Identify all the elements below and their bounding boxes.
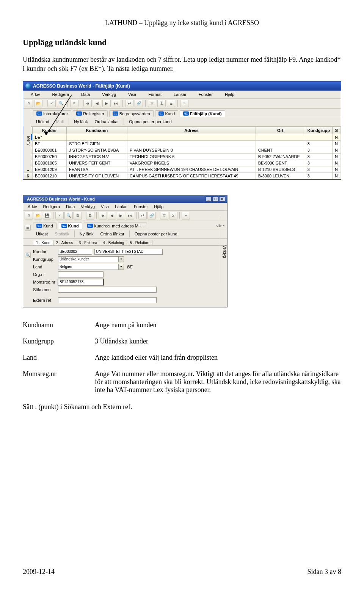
menu-verktyg[interactable]: Verktyg — [78, 204, 98, 210]
menu-redigera[interactable]: Redigera — [40, 204, 63, 210]
sigma-icon[interactable]: Σ — [169, 212, 177, 219]
menu-arkiv[interactable]: Arkiv — [25, 204, 40, 210]
chevron-down-icon[interactable]: ▼ — [119, 256, 124, 262]
table-row[interactable]: 3BE0000750INNOGENETICS N.V.TECHNOLOGIEPA… — [24, 153, 341, 160]
menu-visa[interactable]: Visa — [98, 204, 112, 210]
table-row[interactable]: 5BE0001209FEANTSAATT. FREEK SPINNEWIJN 1… — [24, 166, 341, 172]
maximize-icon[interactable]: □ — [212, 196, 218, 202]
menu-fonster[interactable]: Fönster — [193, 91, 219, 97]
tab-rollregister[interactable]: 61Rollregister — [73, 110, 108, 117]
menu-hjalp[interactable]: Hjälp — [219, 91, 240, 97]
side-icon[interactable]: ▦ — [25, 225, 31, 231]
last-icon[interactable]: ⏭ — [126, 212, 134, 219]
ny-lank-link[interactable]: Ny länk — [77, 231, 97, 237]
table-row[interactable]: 4BE0001065UNIVERSITEIT GENTVAKGROEP INGE… — [24, 160, 341, 166]
menu-format[interactable]: Format — [142, 91, 168, 97]
utkast-link[interactable]: Utkast — [33, 231, 51, 237]
list-icon[interactable]: ≡ — [70, 100, 78, 107]
def-term-kundgrupp: Kundgrupp — [23, 337, 95, 345]
col-kundgrupp[interactable]: Kundgrupp — [305, 127, 332, 134]
col-kundnamn[interactable]: Kundnamn — [67, 127, 127, 134]
ordna-lankar-link[interactable]: Ordna länkar — [92, 119, 122, 125]
menu-fonster[interactable]: Fönster — [131, 204, 151, 210]
ny-lank-link[interactable]: Ny länk — [71, 119, 91, 125]
magnify-icon[interactable]: 🔍 — [64, 212, 73, 219]
land-field[interactable]: Belgien — [58, 264, 119, 270]
last-icon[interactable]: ⏭ — [112, 100, 120, 107]
form-tab-kund[interactable]: 1 - Kund — [33, 240, 53, 245]
save-icon[interactable]: 💾 — [43, 212, 51, 219]
next-icon[interactable]: ▶ — [117, 212, 125, 219]
table-row[interactable]: 6BE0001210UNIVERSITY OF LEUVENCAMPUS GAS… — [24, 172, 341, 179]
check-icon[interactable]: ✓ — [55, 212, 64, 219]
col-adress[interactable]: Adress — [127, 127, 256, 134]
list2-icon[interactable]: ≣ — [167, 100, 175, 107]
oppna-poster-link[interactable]: Öppna poster per kund — [126, 119, 175, 125]
link-icon[interactable]: 🔗 — [135, 100, 143, 107]
kundgrupp-field[interactable]: Utländska kunder — [58, 256, 119, 262]
form-tab-faktura[interactable]: 3 - Faktura — [76, 240, 100, 245]
col-kundnr[interactable]: Kundnr — [33, 127, 67, 134]
table-row[interactable]: 2BE0000001J STORY-SCIENTIA BVBAP VAN DUY… — [24, 147, 341, 153]
tab-internfakturor[interactable]: 61Internfakturor — [33, 110, 71, 117]
minimize-icon[interactable]: _ — [206, 196, 212, 202]
open-icon[interactable]: 📂 — [34, 100, 42, 107]
menu-redigera[interactable]: Redigera — [46, 91, 75, 97]
tab-kund[interactable]: 61Kund — [155, 110, 179, 117]
tab-falthjalp-kund[interactable]: 61Fälthjälp (Kund) — [180, 110, 225, 117]
next-icon[interactable]: ▶ — [102, 100, 111, 107]
open-icon[interactable]: 📂 — [34, 212, 42, 219]
close-icon[interactable]: × — [219, 196, 225, 202]
ordna-lankar-link[interactable]: Ordna länkar — [97, 231, 127, 237]
col-ort[interactable]: Ort — [256, 127, 305, 134]
form-tab-betalning[interactable]: 4 - Betalning — [100, 240, 127, 245]
first-icon[interactable]: ⏮ — [99, 212, 107, 219]
chevron-down-icon[interactable]: ▼ — [119, 264, 124, 270]
tab-begreppsvarden[interactable]: 61Begreppsvärden — [109, 110, 154, 117]
first-icon[interactable]: ⏮ — [83, 100, 92, 107]
menu-lankar[interactable]: Länkar — [112, 204, 131, 210]
side-icon[interactable]: 🔍 — [25, 252, 31, 258]
orgnr-field[interactable] — [58, 271, 104, 277]
menu-lankar[interactable]: Länkar — [168, 91, 193, 97]
search-input-cell[interactable]: BE* — [33, 134, 67, 140]
tab-kund-2[interactable]: 61Kund — [58, 223, 82, 229]
kundnr-field[interactable]: BE000002 — [58, 249, 92, 255]
expand-icon[interactable]: » — [180, 100, 188, 107]
doc2-icon[interactable]: 🗎 — [86, 212, 94, 219]
print-icon[interactable]: ⎙ — [25, 100, 33, 107]
form-tab-adress[interactable]: 2 - Adress — [53, 240, 76, 245]
filter-icon[interactable]: ▽ — [148, 100, 156, 107]
momsreg-field[interactable]: BE419052173 — [58, 279, 104, 285]
sigma-icon[interactable]: Σ — [157, 100, 166, 107]
oppna-poster-link[interactable]: Öppna poster per kund — [132, 231, 180, 237]
menu-hjalp[interactable]: Hjälp — [151, 204, 166, 210]
form-tab-relation[interactable]: 5 - Relation — [127, 240, 152, 245]
expand-icon[interactable]: » — [182, 212, 190, 219]
col-s[interactable]: S — [333, 127, 341, 134]
side-menu-label[interactable]: Meny — [24, 110, 31, 170]
doc-icon[interactable]: 🗎 — [74, 212, 82, 219]
check-icon[interactable]: ✓ — [47, 100, 56, 107]
hierarchy-icon[interactable]: ⇄ — [125, 100, 133, 107]
prev-icon[interactable]: ◀ — [108, 212, 116, 219]
menu-visa[interactable]: Visa — [122, 91, 142, 97]
print-icon[interactable]: ⎙ — [25, 212, 33, 219]
menu-arkiv[interactable]: Arkiv — [25, 91, 46, 97]
filter-icon[interactable]: ▽ — [160, 212, 168, 219]
extern-field[interactable] — [58, 297, 157, 303]
tab-kund-1[interactable]: 61Kund — [33, 223, 56, 229]
utokad-link[interactable]: Utökad — [33, 119, 52, 125]
menu-verktyg[interactable]: Verktyg — [96, 91, 122, 97]
menu-data[interactable]: Data — [75, 91, 96, 97]
menu-data[interactable]: Data — [63, 204, 78, 210]
kundnamn-field[interactable]: UNIVERSITET I TESTSTAD — [94, 249, 163, 255]
table-row[interactable]: 1BESTRÖ BELGIEN3N — [24, 140, 341, 147]
link-icon[interactable]: 🔗 — [147, 212, 156, 219]
hierarchy-icon[interactable]: ⇄ — [138, 212, 147, 219]
magnify-icon[interactable]: 🔍 — [57, 100, 65, 107]
side-verktyg-label[interactable]: Verktyg — [220, 216, 227, 285]
prev-icon[interactable]: ◀ — [93, 100, 101, 107]
tab-kundreg[interactable]: 61Kundreg. med adress MH.. — [84, 223, 147, 229]
soknamn-field[interactable] — [58, 287, 157, 293]
